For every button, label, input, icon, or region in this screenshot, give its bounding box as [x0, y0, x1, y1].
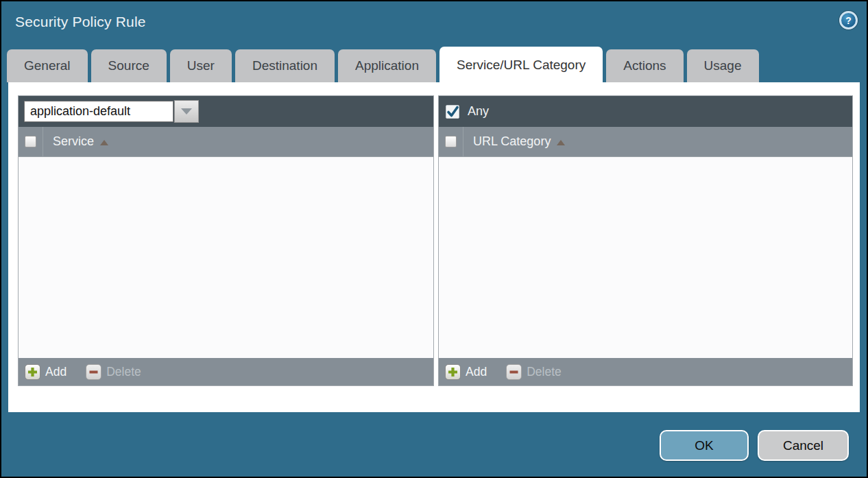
add-label: Add: [466, 365, 487, 379]
service-panel-header: [19, 96, 433, 127]
tab-application[interactable]: Application: [338, 49, 436, 82]
url-category-panel-footer: Add Delete: [439, 358, 852, 385]
service-column-header[interactable]: Service: [53, 134, 94, 149]
tab-bar: General Source User Destination Applicat…: [7, 47, 861, 82]
cancel-button[interactable]: Cancel: [758, 430, 849, 461]
help-icon[interactable]: ?: [839, 11, 858, 29]
delete-label: Delete: [106, 365, 141, 379]
url-category-list[interactable]: [439, 157, 852, 358]
service-column-header-row: Service: [19, 127, 433, 157]
url-category-select-all-checkbox[interactable]: [445, 136, 457, 147]
url-category-add-button[interactable]: Add: [445, 364, 487, 380]
service-panel: Service Add Delete: [18, 95, 434, 386]
service-type-input[interactable]: [24, 101, 173, 122]
url-category-panel: Any URL Category Add Delete: [438, 95, 853, 386]
service-delete-button[interactable]: Delete: [86, 364, 141, 380]
url-category-panel-header: Any: [439, 96, 852, 127]
tab-source[interactable]: Source: [91, 49, 167, 82]
delete-label: Delete: [527, 365, 562, 379]
service-type-dropdown-button[interactable]: [174, 100, 199, 123]
sort-ascending-icon: [100, 140, 108, 145]
any-label: Any: [468, 104, 489, 119]
plus-icon: [445, 364, 461, 380]
url-category-column-header-row: URL Category: [439, 127, 852, 157]
tab-service-url-category[interactable]: Service/URL Category: [439, 47, 603, 82]
sort-ascending-icon: [557, 140, 565, 145]
service-select-all-cell: [19, 127, 43, 156]
dialog-title: Security Policy Rule: [15, 14, 146, 30]
tab-general[interactable]: General: [7, 49, 88, 82]
question-mark-glyph: ?: [845, 15, 852, 26]
tab-user[interactable]: User: [170, 49, 232, 82]
service-panel-footer: Add Delete: [19, 358, 433, 385]
tab-content: Service Add Delete Any: [8, 82, 860, 412]
service-select-all-checkbox[interactable]: [25, 136, 36, 147]
plus-icon: [25, 364, 40, 380]
tab-actions[interactable]: Actions: [606, 49, 683, 82]
chevron-down-icon: [181, 108, 192, 115]
url-category-column-header[interactable]: URL Category: [473, 134, 551, 149]
ok-button[interactable]: OK: [660, 430, 749, 461]
tab-destination[interactable]: Destination: [235, 49, 335, 82]
add-label: Add: [45, 365, 67, 379]
security-policy-rule-dialog: { "window": { "title": "Security Policy …: [0, 0, 868, 478]
service-add-button[interactable]: Add: [25, 364, 67, 380]
any-checkbox[interactable]: [446, 105, 459, 119]
service-list[interactable]: [19, 157, 433, 358]
minus-icon: [86, 364, 101, 380]
dialog-button-bar: OK Cancel: [660, 430, 849, 461]
url-category-delete-button[interactable]: Delete: [506, 364, 562, 380]
url-category-select-all-cell: [439, 127, 463, 156]
minus-icon: [506, 364, 522, 380]
tab-usage[interactable]: Usage: [687, 49, 759, 82]
